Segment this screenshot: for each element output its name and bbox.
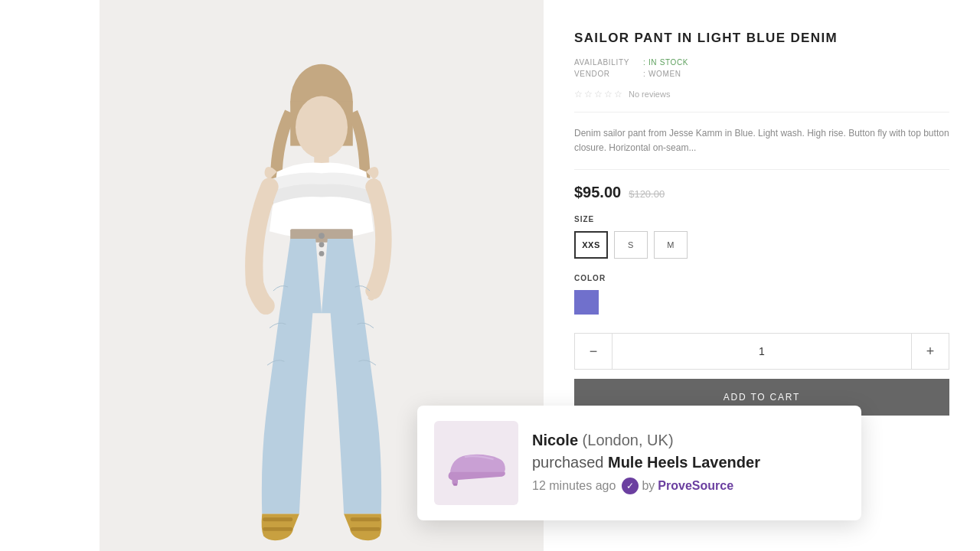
quantity-decrease-button[interactable]: − xyxy=(575,334,612,369)
notification-time-line: 12 minutes ago ✓ by ProveSource xyxy=(532,478,844,494)
star-3: ☆ xyxy=(594,89,603,99)
availability-label: AVAILABILITY xyxy=(574,58,643,67)
svg-point-6 xyxy=(319,242,325,247)
size-s[interactable]: S xyxy=(614,231,648,259)
notification-content: Nicole (London, UK) purchased Mule Heels… xyxy=(532,432,844,494)
svg-point-7 xyxy=(319,251,325,256)
product-title: SAILOR PANT IN LIGHT BLUE DENIM xyxy=(574,31,949,46)
star-2: ☆ xyxy=(584,89,593,99)
price-row: $95.00 $120.00 xyxy=(574,184,949,201)
availability-value: : IN STOCK xyxy=(643,58,688,67)
size-label: SIZE xyxy=(574,215,949,223)
price-current: $95.00 xyxy=(574,184,621,201)
svg-rect-12 xyxy=(452,474,459,485)
vendor-value: : WOMEN xyxy=(643,70,681,78)
star-1: ☆ xyxy=(574,89,583,99)
size-m[interactable]: M xyxy=(654,231,688,259)
color-label: COLOR xyxy=(574,274,949,282)
buyer-location: (London, UK) xyxy=(583,432,674,448)
size-options: XXS S M xyxy=(574,231,949,259)
notification-name-line: Nicole (London, UK) xyxy=(532,432,844,449)
prove-source-name: ProveSource xyxy=(658,479,733,493)
reviews-count: No reviews xyxy=(629,90,670,99)
notification-product-line: purchased Mule Heels Lavender xyxy=(532,454,844,471)
svg-rect-8 xyxy=(263,517,292,521)
page-container: SAILOR PANT IN LIGHT BLUE DENIM AVAILABI… xyxy=(0,0,980,551)
quantity-row: − 1 + xyxy=(574,333,949,370)
reviews-row: ☆ ☆ ☆ ☆ ☆ No reviews xyxy=(574,89,949,99)
vendor-label: VENDOR xyxy=(574,70,643,78)
color-blue-denim[interactable] xyxy=(574,290,599,315)
model-illustration xyxy=(191,31,452,551)
divider xyxy=(574,112,949,112)
quantity-increase-button[interactable]: + xyxy=(912,334,949,369)
prove-source-icon: ✓ xyxy=(622,478,639,494)
prove-source-badge: ✓ by ProveSource xyxy=(622,478,733,494)
price-original: $120.00 xyxy=(629,188,665,200)
purchased-text: purchased xyxy=(532,454,608,471)
by-text: by xyxy=(642,479,655,493)
product-meta: AVAILABILITY : IN STOCK VENDOR : WOMEN xyxy=(574,58,949,78)
quantity-value: 1 xyxy=(612,334,912,369)
time-ago: 12 minutes ago xyxy=(532,479,616,493)
vendor-row: VENDOR : WOMEN xyxy=(574,70,949,78)
svg-point-2 xyxy=(296,96,348,158)
svg-rect-11 xyxy=(351,527,381,531)
svg-rect-9 xyxy=(263,527,292,531)
svg-rect-10 xyxy=(351,517,381,521)
purchased-product: Mule Heels Lavender xyxy=(608,454,760,471)
color-options xyxy=(574,290,949,315)
svg-point-5 xyxy=(318,233,325,239)
buyer-name: Nicole xyxy=(532,432,578,448)
plus-icon: + xyxy=(926,344,935,360)
star-5: ☆ xyxy=(614,89,622,99)
product-description: Denim sailor pant from Jesse Kamm in Blu… xyxy=(574,126,949,170)
availability-row: AVAILABILITY : IN STOCK xyxy=(574,58,949,67)
star-4: ☆ xyxy=(604,89,612,99)
minus-icon: − xyxy=(590,344,598,360)
notification-product-image xyxy=(434,421,518,505)
notification-popup: Nicole (London, UK) purchased Mule Heels… xyxy=(417,406,861,520)
svg-rect-13 xyxy=(453,484,457,486)
size-xxs[interactable]: XXS xyxy=(574,231,608,259)
shoe-illustration xyxy=(442,436,511,490)
